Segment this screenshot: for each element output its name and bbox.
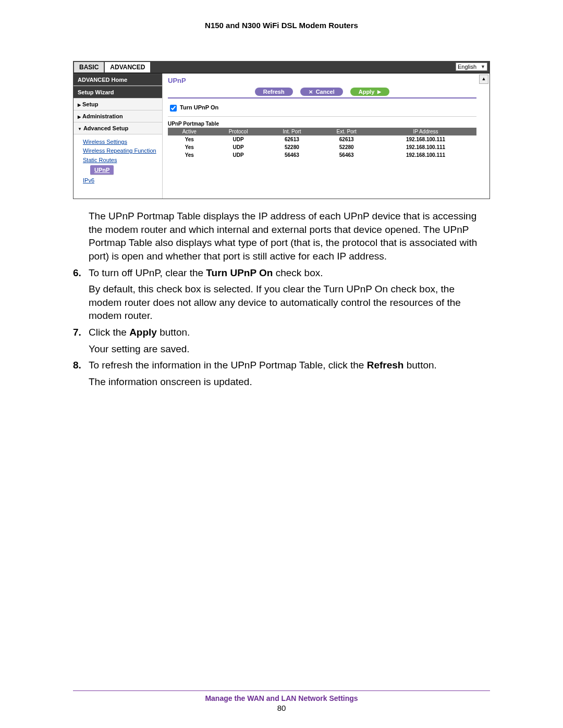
language-select[interactable]: English ▼	[456, 63, 487, 71]
step-7: 7. Click the Apply button. Your setting …	[73, 326, 490, 355]
document-body: The UPnP Portmap Table displays the IP a…	[73, 209, 490, 389]
sidebar-item-advanced-home[interactable]: ADVANCED Home	[74, 73, 162, 86]
triangle-right-icon: ▶	[78, 115, 81, 119]
sidebar-item-advanced-setup[interactable]: ▼Advanced Setup	[74, 122, 162, 134]
col-active: Active	[168, 128, 211, 135]
sidebar-link-upnp[interactable]: UPnP	[90, 165, 114, 175]
chevron-down-icon: ▼	[481, 64, 485, 69]
col-ip: IP Address	[375, 128, 476, 135]
language-value: English	[458, 64, 476, 70]
sidebar-link-ipv6[interactable]: IPv6	[83, 177, 162, 184]
sidebar-item-administration[interactable]: ▶Administration	[74, 110, 162, 122]
step-6: 6. To turn off UPnP, clear the Turn UPnP…	[73, 266, 490, 323]
arrow-right-icon: ▶	[377, 89, 381, 94]
col-protocol: Protocol	[211, 128, 266, 135]
sidebar-link-wireless-repeating[interactable]: Wireless Repeating Function	[83, 147, 162, 154]
portmap-table: Active Protocol Int. Port Ext. Port IP A…	[168, 128, 476, 159]
tab-basic[interactable]: BASIC	[74, 61, 104, 73]
table-row: YesUDP5646356463192.168.100.111	[168, 151, 476, 159]
sidebar-item-setup-wizard[interactable]: Setup Wizard	[74, 86, 162, 98]
panel-title: UPnP	[168, 76, 476, 88]
intro-paragraph: The UPnP Portmap Table displays the IP a…	[73, 209, 490, 263]
cancel-button[interactable]: ✕ Cancel	[300, 88, 343, 96]
apply-button[interactable]: Apply ▶	[350, 88, 390, 96]
document-title: N150 and N300 WiFi DSL Modem Routers	[73, 21, 490, 30]
triangle-right-icon: ▶	[78, 103, 81, 107]
table-row: YesUDP5228052280192.168.100.111	[168, 143, 476, 151]
page-number: 80	[73, 704, 490, 712]
scroll-up-icon[interactable]: ▲	[479, 75, 488, 84]
footer-section-title: Manage the WAN and LAN Network Settings	[73, 691, 490, 704]
refresh-button[interactable]: Refresh	[255, 88, 293, 96]
sidebar: ADVANCED Home Setup Wizard ▶Setup ▶Admin…	[74, 73, 163, 199]
close-icon: ✕	[309, 89, 313, 95]
step-8: 8. To refresh the information in the UPn…	[73, 359, 490, 388]
turn-upnp-on-checkbox[interactable]	[170, 105, 177, 112]
triangle-down-icon: ▼	[78, 127, 82, 131]
col-ext-port: Ext. Port	[318, 128, 375, 135]
table-row: YesUDP6261362613192.168.100.111	[168, 135, 476, 143]
tab-advanced[interactable]: ADVANCED	[104, 61, 151, 73]
sidebar-link-static-routes[interactable]: Static Routes	[83, 156, 162, 164]
sidebar-item-setup[interactable]: ▶Setup	[74, 98, 162, 110]
page-footer: Manage the WAN and LAN Network Settings …	[73, 690, 490, 712]
router-ui-screenshot: BASIC ADVANCED English ▼ ADVANCED Home S…	[73, 61, 490, 199]
sidebar-link-wireless-settings[interactable]: Wireless Settings	[83, 138, 162, 145]
col-int-port: Int. Port	[265, 128, 318, 135]
checkbox-label: Turn UPnP On	[180, 104, 218, 110]
table-caption: UPnP Portmap Table	[168, 121, 476, 127]
